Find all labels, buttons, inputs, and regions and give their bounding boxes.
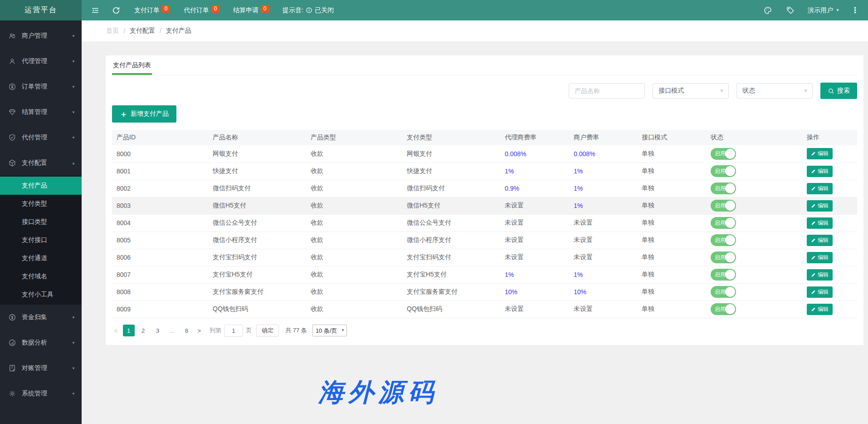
sidebar-subitem-payment-channel[interactable]: 支付通道 — [0, 249, 82, 267]
goto-confirm-button[interactable]: 确定 — [256, 325, 279, 337]
merchant-rate-value[interactable]: 1% — [574, 202, 583, 209]
edit-button-label: 编辑 — [818, 185, 829, 192]
interface-mode-select[interactable]: 接口模式 ▼ — [653, 83, 729, 99]
edit-button[interactable]: 编辑 — [807, 304, 833, 315]
prev-page-icon[interactable]: < — [112, 327, 120, 334]
goto-label: 到第 — [210, 326, 221, 335]
next-page-icon[interactable]: > — [195, 327, 204, 334]
sidebar-item-payment-config[interactable]: 支付配置▲ — [0, 150, 82, 176]
topnav-payment-orders[interactable]: 支付订单0 — [134, 6, 170, 15]
order-icon — [8, 83, 16, 91]
per-page-select[interactable]: 10 条/页 — [312, 325, 347, 336]
status-toggle[interactable]: 启用 — [711, 182, 736, 194]
sidebar-item-data-analysis[interactable]: 数据分析▼ — [0, 330, 82, 355]
edit-button[interactable]: 编辑 — [807, 200, 833, 212]
watermark-text: 海外源码 — [318, 375, 438, 410]
sidebar-item-agent-management[interactable]: 代理管理▼ — [0, 49, 82, 74]
cell-merchant-rate: 1% — [569, 197, 637, 214]
sidebar-item-settlement-management[interactable]: 结算管理▼ — [0, 99, 82, 125]
refresh-icon[interactable] — [112, 6, 121, 15]
edit-button[interactable]: 编辑 — [807, 286, 833, 298]
tag-icon[interactable] — [786, 6, 795, 15]
page-number-8[interactable]: 8 — [181, 325, 193, 336]
edit-button[interactable]: 编辑 — [807, 166, 833, 177]
sidebar-subitem-payment-tools[interactable]: 支付小工具 — [0, 286, 82, 304]
edit-button[interactable]: 编辑 — [807, 217, 833, 229]
sidebar-subitem-interface-type[interactable]: 接口类型 — [0, 213, 82, 231]
status-toggle[interactable]: 启用 — [711, 148, 736, 160]
merchant-rate-value[interactable]: 1% — [574, 271, 583, 278]
edit-button[interactable]: 编辑 — [807, 269, 833, 281]
pencil-icon — [811, 238, 816, 243]
sidebar-item-reconciliation-management[interactable]: 对账管理▼ — [0, 355, 82, 381]
agent-rate-value[interactable]: 0.008% — [505, 150, 526, 158]
payment-product-card: 支付产品列表 接口模式 ▼ 状态 ▼ 搜索 — [106, 55, 863, 345]
edit-button[interactable]: 编辑 — [807, 148, 833, 159]
search-button[interactable]: 搜索 — [820, 83, 857, 99]
status-toggle-label: 启用 — [715, 254, 726, 261]
topnav-settlement-requests[interactable]: 结算申请0 — [233, 6, 269, 15]
sound-status[interactable]: 已关闭 — [315, 6, 334, 15]
sidebar-subitem-payment-type[interactable]: 支付类型 — [0, 195, 82, 213]
more-menu-icon[interactable]: ⋮ — [851, 5, 859, 15]
status-toggle[interactable]: 启用 — [711, 217, 736, 229]
theme-palette-icon[interactable] — [763, 6, 772, 15]
breadcrumb-item[interactable]: 支付配置 — [130, 27, 155, 35]
sidebar-subitem-payment-product[interactable]: 支付产品 — [0, 177, 82, 195]
status-toggle[interactable]: 启用 — [711, 234, 736, 246]
cell-product-name: 支付宝H5支付 — [208, 266, 306, 283]
collapse-sidebar-icon[interactable] — [91, 6, 100, 15]
goto-page-input[interactable] — [224, 325, 243, 337]
table-header-row: 产品ID产品名称产品类型支付类型代理商费率商户费率接口模式状态操作 — [112, 130, 857, 145]
status-toggle[interactable]: 启用 — [711, 165, 736, 177]
cell-status: 启用 — [706, 301, 802, 318]
status-toggle[interactable]: 启用 — [711, 303, 736, 315]
tab-payment-product-list[interactable]: 支付产品列表 — [112, 55, 152, 75]
page-number-3[interactable]: 3 — [152, 325, 164, 336]
cell-product-name: 快捷支付 — [208, 163, 306, 180]
topnav-payout-orders[interactable]: 代付订单0 — [184, 6, 219, 15]
sidebar-item-order-management[interactable]: 订单管理▼ — [0, 74, 82, 99]
merchant-rate-value[interactable]: 10% — [574, 288, 586, 296]
edit-button[interactable]: 编辑 — [807, 183, 833, 194]
cell-agent-rate: 0.008% — [500, 145, 569, 163]
table-row: 8006支付宝扫码支付收款支付宝扫码支付未设置未设置单独启用编辑 — [112, 249, 857, 266]
sidebar-item-payout-management[interactable]: 代付管理▼ — [0, 125, 82, 150]
add-payment-product-button[interactable]: ＋ 新增支付产品 — [112, 105, 176, 123]
agent-rate-value[interactable]: 1% — [505, 168, 514, 175]
status-select[interactable]: 状态 ▼ — [736, 83, 813, 99]
topnav-label: 结算申请 — [233, 6, 258, 15]
table-row: 8005微信小程序支付收款微信小程序支付未设置未设置单独启用编辑 — [112, 232, 857, 249]
agent-rate-value: 未设置 — [505, 219, 524, 226]
breadcrumb-item[interactable]: 首页 — [106, 27, 119, 35]
cell-product-id: 8001 — [112, 163, 208, 180]
page-number-2[interactable]: 2 — [137, 325, 149, 336]
agent-rate-value[interactable]: 1% — [505, 271, 514, 278]
merchant-rate-value[interactable]: 1% — [574, 185, 583, 192]
edit-button[interactable]: 编辑 — [807, 235, 833, 246]
page-number-1[interactable]: 1 — [123, 325, 135, 336]
cell-product-type: 收款 — [306, 180, 402, 197]
product-name-input[interactable] — [569, 83, 645, 99]
sidebar-item-fund-collection[interactable]: 资金归集▼ — [0, 305, 82, 330]
agent-rate-value[interactable]: 10% — [505, 288, 517, 296]
cell-agent-rate: 未设置 — [500, 301, 569, 318]
cell-interface-mode: 单独 — [637, 180, 706, 197]
status-toggle[interactable]: 启用 — [711, 269, 736, 281]
sidebar-subitem-payment-interface[interactable]: 支付接口 — [0, 231, 82, 249]
topnav-label: 支付订单 — [134, 6, 160, 15]
sidebar-subitem-payment-domain[interactable]: 支付域名 — [0, 267, 82, 286]
plus-icon: ＋ — [120, 110, 127, 118]
user-menu[interactable]: 演示用户 ▼ — [808, 6, 839, 15]
sidebar-item-system-management[interactable]: 系统管理▼ — [0, 381, 82, 406]
agent-rate-value[interactable]: 0.9% — [505, 185, 519, 192]
edit-button[interactable]: 编辑 — [807, 252, 833, 263]
cell-status: 启用 — [706, 283, 802, 301]
sidebar-item-merchant-management[interactable]: 商户管理▼ — [0, 23, 82, 49]
status-toggle[interactable]: 启用 — [711, 251, 736, 263]
status-toggle[interactable]: 启用 — [711, 286, 736, 298]
merchant-rate-value[interactable]: 1% — [574, 168, 583, 175]
status-toggle[interactable]: 启用 — [711, 200, 736, 212]
merchant-rate-value[interactable]: 0.008% — [574, 150, 595, 158]
goto-unit-label: 页 — [246, 326, 252, 335]
